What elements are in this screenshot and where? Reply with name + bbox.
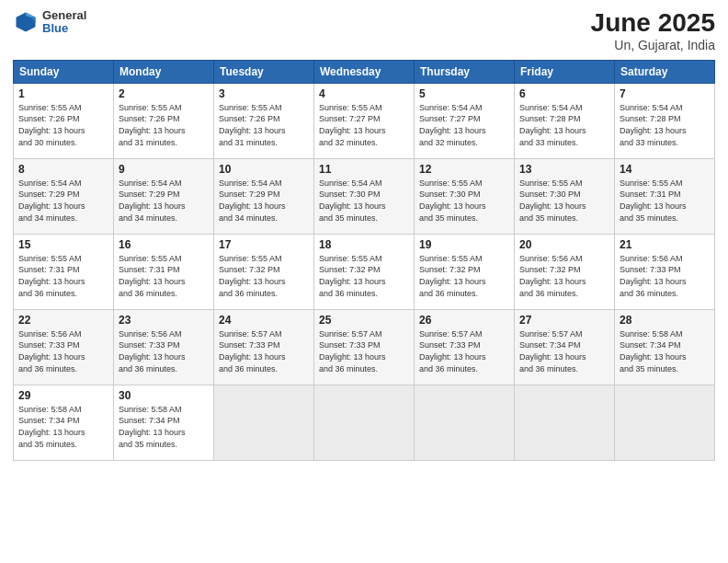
day-number: 20 [519, 238, 609, 251]
table-row: 1Sunrise: 5:55 AM Sunset: 7:26 PM Daylig… [14, 83, 114, 158]
day-number: 3 [219, 87, 309, 100]
day-number: 5 [419, 87, 509, 100]
day-number: 10 [219, 163, 309, 176]
day-number: 13 [519, 163, 609, 176]
page: General Blue June 2025 Un, Gujarat, Indi… [0, 0, 728, 563]
table-row: 21Sunrise: 5:56 AM Sunset: 7:33 PM Dayli… [615, 234, 715, 309]
table-row: 29Sunrise: 5:58 AM Sunset: 7:34 PM Dayli… [14, 385, 114, 460]
header-sunday: Sunday [14, 60, 114, 83]
table-row: 18Sunrise: 5:55 AM Sunset: 7:32 PM Dayli… [314, 234, 415, 309]
table-row: 19Sunrise: 5:55 AM Sunset: 7:32 PM Dayli… [415, 234, 515, 309]
day-info: Sunrise: 5:54 AM Sunset: 7:29 PM Dayligh… [18, 178, 108, 224]
day-info: Sunrise: 5:55 AM Sunset: 7:31 PM Dayligh… [18, 253, 108, 299]
table-row [314, 385, 415, 460]
day-number: 7 [620, 87, 710, 100]
day-info: Sunrise: 5:57 AM Sunset: 7:34 PM Dayligh… [519, 328, 609, 374]
day-number: 1 [18, 87, 108, 100]
day-number: 21 [620, 238, 710, 251]
day-number: 25 [319, 314, 409, 327]
table-row: 28Sunrise: 5:58 AM Sunset: 7:34 PM Dayli… [615, 309, 715, 385]
day-number: 30 [119, 389, 209, 402]
table-row [415, 385, 515, 460]
day-info: Sunrise: 5:54 AM Sunset: 7:28 PM Dayligh… [519, 102, 609, 148]
day-info: Sunrise: 5:54 AM Sunset: 7:30 PM Dayligh… [319, 178, 409, 224]
table-row: 6Sunrise: 5:54 AM Sunset: 7:28 PM Daylig… [515, 83, 615, 158]
day-number: 15 [18, 238, 108, 251]
day-info: Sunrise: 5:58 AM Sunset: 7:34 PM Dayligh… [119, 404, 209, 450]
table-row: 12Sunrise: 5:55 AM Sunset: 7:30 PM Dayli… [415, 158, 515, 234]
day-number: 27 [519, 314, 609, 327]
day-info: Sunrise: 5:55 AM Sunset: 7:31 PM Dayligh… [119, 253, 209, 299]
day-info: Sunrise: 5:55 AM Sunset: 7:26 PM Dayligh… [119, 102, 209, 148]
day-info: Sunrise: 5:57 AM Sunset: 7:33 PM Dayligh… [219, 328, 309, 374]
day-info: Sunrise: 5:55 AM Sunset: 7:31 PM Dayligh… [620, 178, 710, 224]
table-row: 9Sunrise: 5:54 AM Sunset: 7:29 PM Daylig… [114, 158, 214, 234]
header: General Blue June 2025 Un, Gujarat, Indi… [13, 9, 715, 52]
header-wednesday: Wednesday [314, 60, 415, 83]
day-info: Sunrise: 5:55 AM Sunset: 7:26 PM Dayligh… [18, 102, 108, 148]
day-info: Sunrise: 5:55 AM Sunset: 7:32 PM Dayligh… [219, 253, 309, 299]
day-number: 14 [620, 163, 710, 176]
calendar-subtitle: Un, Gujarat, India [591, 38, 715, 52]
table-row: 10Sunrise: 5:54 AM Sunset: 7:29 PM Dayli… [214, 158, 314, 234]
day-number: 24 [219, 314, 309, 327]
day-number: 12 [419, 163, 509, 176]
table-row: 23Sunrise: 5:56 AM Sunset: 7:33 PM Dayli… [114, 309, 214, 385]
day-number: 11 [319, 163, 409, 176]
day-number: 18 [319, 238, 409, 251]
table-row: 22Sunrise: 5:56 AM Sunset: 7:33 PM Dayli… [14, 309, 114, 385]
day-info: Sunrise: 5:56 AM Sunset: 7:33 PM Dayligh… [18, 328, 108, 374]
table-row: 30Sunrise: 5:58 AM Sunset: 7:34 PM Dayli… [114, 385, 214, 460]
day-info: Sunrise: 5:55 AM Sunset: 7:32 PM Dayligh… [319, 253, 409, 299]
table-row [214, 385, 314, 460]
header-tuesday: Tuesday [214, 60, 314, 83]
day-number: 19 [419, 238, 509, 251]
day-info: Sunrise: 5:55 AM Sunset: 7:32 PM Dayligh… [419, 253, 509, 299]
day-info: Sunrise: 5:57 AM Sunset: 7:33 PM Dayligh… [419, 328, 509, 374]
table-row: 16Sunrise: 5:55 AM Sunset: 7:31 PM Dayli… [114, 234, 214, 309]
day-number: 26 [419, 314, 509, 327]
table-row: 13Sunrise: 5:55 AM Sunset: 7:30 PM Dayli… [515, 158, 615, 234]
day-info: Sunrise: 5:55 AM Sunset: 7:30 PM Dayligh… [519, 178, 609, 224]
day-info: Sunrise: 5:58 AM Sunset: 7:34 PM Dayligh… [18, 404, 108, 450]
day-number: 29 [18, 389, 108, 402]
day-info: Sunrise: 5:58 AM Sunset: 7:34 PM Dayligh… [620, 328, 710, 374]
day-number: 9 [119, 163, 209, 176]
table-row: 27Sunrise: 5:57 AM Sunset: 7:34 PM Dayli… [515, 309, 615, 385]
table-row: 20Sunrise: 5:56 AM Sunset: 7:32 PM Dayli… [515, 234, 615, 309]
header-thursday: Thursday [415, 60, 515, 83]
table-row: 25Sunrise: 5:57 AM Sunset: 7:33 PM Dayli… [314, 309, 415, 385]
day-number: 8 [18, 163, 108, 176]
logo-general: General [42, 9, 86, 22]
table-row: 11Sunrise: 5:54 AM Sunset: 7:30 PM Dayli… [314, 158, 415, 234]
day-number: 22 [18, 314, 108, 327]
day-number: 6 [519, 87, 609, 100]
logo-icon [13, 9, 39, 35]
day-info: Sunrise: 5:54 AM Sunset: 7:28 PM Dayligh… [620, 102, 710, 148]
calendar-table: Sunday Monday Tuesday Wednesday Thursday… [13, 60, 715, 461]
day-info: Sunrise: 5:55 AM Sunset: 7:30 PM Dayligh… [419, 178, 509, 224]
day-info: Sunrise: 5:55 AM Sunset: 7:26 PM Dayligh… [219, 102, 309, 148]
day-info: Sunrise: 5:54 AM Sunset: 7:27 PM Dayligh… [419, 102, 509, 148]
day-number: 2 [119, 87, 209, 100]
day-number: 23 [119, 314, 209, 327]
day-info: Sunrise: 5:57 AM Sunset: 7:33 PM Dayligh… [319, 328, 409, 374]
table-row: 24Sunrise: 5:57 AM Sunset: 7:33 PM Dayli… [214, 309, 314, 385]
table-row: 7Sunrise: 5:54 AM Sunset: 7:28 PM Daylig… [615, 83, 715, 158]
table-row [515, 385, 615, 460]
day-info: Sunrise: 5:54 AM Sunset: 7:29 PM Dayligh… [119, 178, 209, 224]
day-info: Sunrise: 5:56 AM Sunset: 7:33 PM Dayligh… [119, 328, 209, 374]
table-row: 26Sunrise: 5:57 AM Sunset: 7:33 PM Dayli… [415, 309, 515, 385]
table-row: 17Sunrise: 5:55 AM Sunset: 7:32 PM Dayli… [214, 234, 314, 309]
table-row: 4Sunrise: 5:55 AM Sunset: 7:27 PM Daylig… [314, 83, 415, 158]
day-number: 17 [219, 238, 309, 251]
day-info: Sunrise: 5:54 AM Sunset: 7:29 PM Dayligh… [219, 178, 309, 224]
header-monday: Monday [114, 60, 214, 83]
logo-blue: Blue [42, 22, 86, 35]
day-number: 4 [319, 87, 409, 100]
table-row: 2Sunrise: 5:55 AM Sunset: 7:26 PM Daylig… [114, 83, 214, 158]
day-number: 16 [119, 238, 209, 251]
table-row: 14Sunrise: 5:55 AM Sunset: 7:31 PM Dayli… [615, 158, 715, 234]
logo-text: General Blue [42, 9, 86, 36]
header-saturday: Saturday [615, 60, 715, 83]
